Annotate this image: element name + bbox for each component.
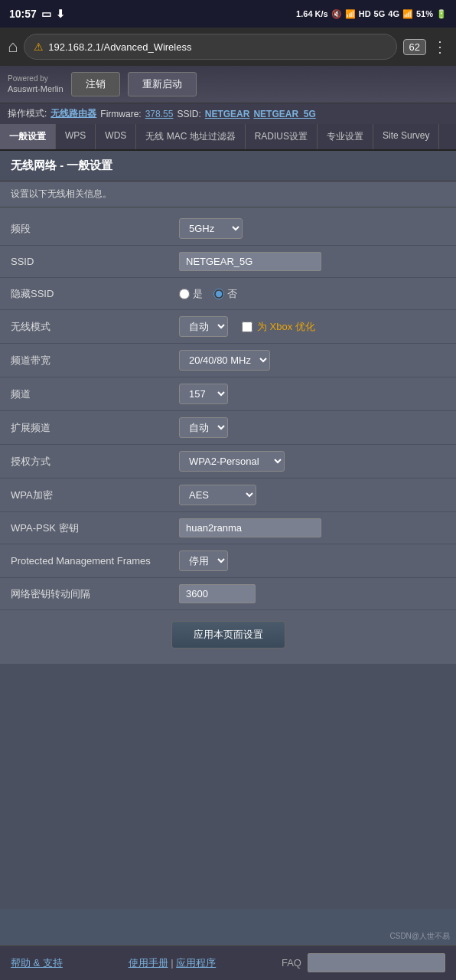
row-auth: 授权方式 Open System WPA2-Personal WPA-Perso… (0, 445, 456, 479)
row-wpa-encrypt: WPA加密 AES TKIP TKIP+AES (0, 479, 456, 512)
powered-by-label: Powered by (8, 74, 64, 83)
download-icon: ⬇ (56, 8, 65, 20)
radio-hide-yes-label: 是 (193, 287, 203, 301)
control-auth: Open System WPA2-Personal WPA-Personal W… (179, 451, 445, 472)
control-pmf: 停用 可选 必须 (179, 550, 445, 571)
radio-hide-no-label: 否 (227, 287, 237, 301)
select-wpa-encrypt[interactable]: AES TKIP TKIP+AES (179, 485, 256, 505)
label-auth: 授权方式 (11, 455, 179, 469)
select-auth[interactable]: Open System WPA2-Personal WPA-Personal W… (179, 451, 285, 472)
ssid2[interactable]: NETGEAR_5G (253, 109, 315, 119)
select-channel[interactable]: 自动 149 153 157 161 (179, 384, 228, 404)
footer-manual-link[interactable]: 使用手册 (129, 957, 168, 969)
footer-right: FAQ (282, 953, 445, 972)
footer-help: 帮助 & 支持 (11, 956, 63, 970)
select-pmf[interactable]: 停用 可选 必须 (179, 550, 228, 571)
input-key-rotation[interactable] (179, 584, 256, 603)
signal-5g: 5G (374, 9, 386, 18)
warning-icon: ⚠ (34, 41, 44, 53)
apply-button[interactable]: 应用本页面设置 (171, 621, 285, 648)
radio-hide-yes-input[interactable] (179, 289, 190, 299)
input-ssid[interactable] (179, 252, 321, 271)
row-channel: 频道 自动 149 153 157 161 (0, 377, 456, 411)
page-desc: 设置以下无线相关信息。 (0, 181, 456, 207)
network-speed: 1.64 K/s (296, 9, 328, 18)
battery: 51% (416, 9, 433, 18)
label-ext-channel: 扩展频道 (11, 421, 179, 435)
label-hide-ssid: 隐藏SSID (11, 287, 179, 301)
tab-count[interactable]: 62 (403, 39, 426, 55)
status-left: 10:57 ▭ ⬇ (9, 8, 65, 20)
label-ssid: SSID (11, 256, 179, 267)
select-bandwidth[interactable]: 20/40/80 MHz 20 MHz 40 MHz (179, 350, 270, 371)
tab-wps[interactable]: WPS (56, 124, 96, 149)
main-content: 无线网络 - 一般设置 设置以下无线相关信息。 频段 2.4GHz 5GHz S… (0, 151, 456, 909)
mute-icon: 🔇 (331, 9, 342, 19)
row-band: 频段 2.4GHz 5GHz (0, 212, 456, 246)
label-bandwidth: 频道带宽 (11, 354, 179, 368)
restart-button[interactable]: 重新启动 (128, 72, 197, 96)
page-title: 无线网络 - 一般设置 (0, 151, 456, 181)
url-bar[interactable]: ⚠ 192.168.2.1/Advanced_Wireless (24, 34, 396, 60)
screen-icon: ▭ (41, 8, 51, 20)
firmware-label: Firmware: (100, 109, 141, 119)
footer-faq-label: FAQ (282, 957, 301, 969)
firmware-version[interactable]: 378.55 (145, 109, 174, 119)
row-hide-ssid: 隐藏SSID 是 否 (0, 278, 456, 310)
ssid-label: SSID: (177, 109, 200, 119)
control-bandwidth: 20/40/80 MHz 20 MHz 40 MHz (179, 350, 445, 371)
input-wpa-psk[interactable] (179, 518, 321, 537)
tab-sitesurvey[interactable]: Site Survey (373, 124, 439, 149)
mode-value[interactable]: 无线路由器 (50, 107, 96, 120)
control-hide-ssid: 是 否 (179, 287, 445, 301)
nav-tabs: 一般设置 WPS WDS 无线 MAC 地址过滤器 RADIUS设置 专业设置 … (0, 124, 456, 151)
footer-apps-link[interactable]: 应用程序 (176, 957, 216, 969)
home-icon[interactable]: ⌂ (8, 37, 18, 57)
xbox-optimize-checkbox[interactable] (242, 322, 252, 332)
status-bar: 10:57 ▭ ⬇ 1.64 K/s 🔇 📶 HD 5G 4G 📶 51% 🔋 (0, 0, 456, 28)
label-band: 频段 (11, 222, 179, 236)
row-ext-channel: 扩展频道 自动 (0, 411, 456, 445)
row-ssid: SSID (0, 246, 456, 278)
logout-button[interactable]: 注销 (71, 72, 120, 96)
status-right: 1.64 K/s 🔇 📶 HD 5G 4G 📶 51% 🔋 (296, 9, 447, 19)
footer-help-link[interactable]: 帮助 & 支持 (11, 957, 63, 969)
tab-pro[interactable]: 专业设置 (318, 124, 373, 149)
radio-hide-yes[interactable]: 是 (179, 287, 203, 301)
label-pmf: Protected Management Frames (11, 555, 179, 567)
footer-search-input[interactable] (308, 953, 445, 972)
form-area: 频段 2.4GHz 5GHz SSID 隐藏SSID 是 (0, 207, 456, 664)
time: 10:57 (9, 8, 37, 20)
label-wpa-psk: WPA-PSK 密钥 (11, 521, 179, 535)
tab-general[interactable]: 一般设置 (0, 124, 56, 149)
footer: 帮助 & 支持 使用手册 | 应用程序 FAQ (0, 945, 456, 980)
xbox-optimize-label[interactable]: 为 Xbox 优化 (242, 320, 315, 334)
select-ext-channel[interactable]: 自动 (179, 417, 228, 438)
footer-center: 使用手册 | 应用程序 (129, 956, 217, 970)
select-band[interactable]: 2.4GHz 5GHz (179, 218, 243, 239)
row-wireless-mode: 无线模式 自动 为 Xbox 优化 (0, 310, 456, 344)
control-wpa-encrypt: AES TKIP TKIP+AES (179, 485, 445, 505)
control-wpa-psk (179, 518, 445, 537)
control-channel: 自动 149 153 157 161 (179, 384, 445, 404)
radio-hide-no-input[interactable] (213, 289, 224, 299)
row-bandwidth: 频道带宽 20/40/80 MHz 20 MHz 40 MHz (0, 344, 456, 377)
row-wpa-psk: WPA-PSK 密钥 (0, 512, 456, 544)
xbox-optimize-text: 为 Xbox 优化 (257, 320, 315, 334)
tab-radius[interactable]: RADIUS设置 (246, 124, 318, 149)
signal-bars: 📶 (402, 9, 413, 19)
tab-wds[interactable]: WDS (96, 124, 136, 149)
content-spacer (0, 664, 456, 909)
radio-group-hide-ssid: 是 否 (179, 287, 237, 301)
status-info: 操作模式: 无线路由器 Firmware: 378.55 SSID: NETGE… (0, 103, 456, 124)
select-wireless-mode[interactable]: 自动 (179, 316, 228, 337)
row-pmf: Protected Management Frames 停用 可选 必须 (0, 544, 456, 578)
radio-hide-no[interactable]: 否 (213, 287, 237, 301)
control-ssid (179, 252, 445, 271)
ssid1[interactable]: NETGEAR (205, 109, 250, 119)
control-key-rotation (179, 584, 445, 603)
signal-hd: HD (359, 9, 371, 18)
control-wireless-mode: 自动 为 Xbox 优化 (179, 316, 445, 337)
tab-macfilter[interactable]: 无线 MAC 地址过滤器 (136, 124, 245, 149)
browser-menu-icon[interactable]: ⋮ (432, 38, 448, 56)
